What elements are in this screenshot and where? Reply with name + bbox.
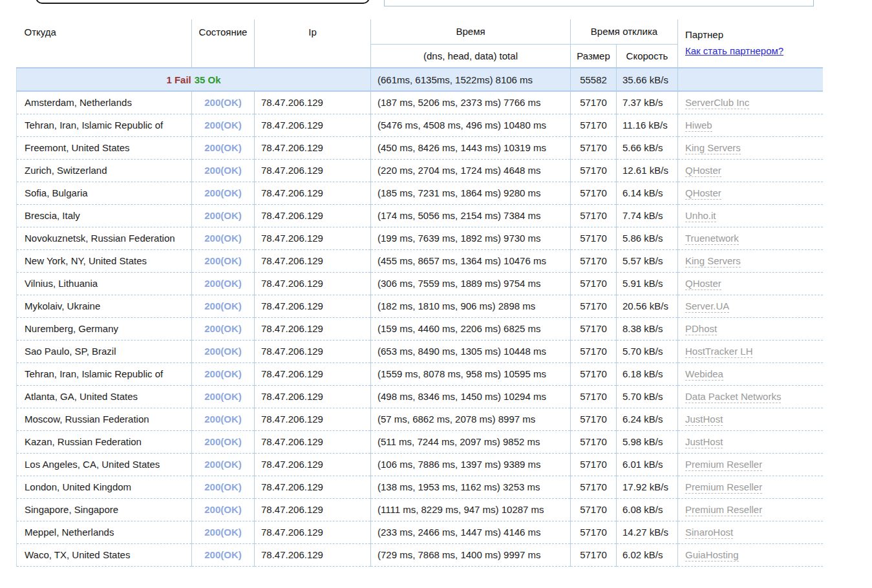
status-link[interactable]: 200(OK) xyxy=(204,165,242,176)
location-cell: Waco, TX, United States xyxy=(17,543,192,566)
status-cell: 200(OK) xyxy=(192,430,255,453)
time-cell: (1559 ms, 8078 ms, 958 ms) 10595 ms xyxy=(371,362,571,385)
status-cell: 200(OK) xyxy=(192,453,255,476)
partner-cell: Hiweb xyxy=(678,114,823,136)
status-link[interactable]: 200(OK) xyxy=(204,278,242,289)
partner-link[interactable]: GuiaHosting xyxy=(685,549,739,562)
partner-link[interactable]: Premium Reseller xyxy=(685,504,762,516)
speed-cell: 5.91 kB/s xyxy=(617,272,678,295)
speed-cell: 8.38 kB/s xyxy=(617,317,678,340)
time-cell: (1111 ms, 8229 ms, 947 ms) 10287 ms xyxy=(371,498,571,521)
status-link[interactable]: 200(OK) xyxy=(204,436,242,447)
partner-cell: PDhost xyxy=(678,317,823,340)
time-cell: (187 ms, 5206 ms, 2373 ms) 7766 ms xyxy=(371,91,571,114)
ip-cell: 78.47.206.129 xyxy=(255,182,371,204)
ip-cell: 78.47.206.129 xyxy=(255,476,371,498)
partner-link[interactable]: Truenetwork xyxy=(685,233,739,245)
status-link[interactable]: 200(OK) xyxy=(204,120,242,131)
partner-cell: JustHost xyxy=(678,430,823,453)
summary-status-cell: 1 Fail35 Ok xyxy=(17,68,371,91)
result-row: New York, NY, United States200(OK)78.47.… xyxy=(17,249,823,272)
location-cell: Freemont, United States xyxy=(17,136,192,159)
result-row: Meppel, Netherlands200(OK)78.47.206.129(… xyxy=(17,521,823,543)
status-link[interactable]: 200(OK) xyxy=(204,255,242,266)
speed-cell: 6.24 kB/s xyxy=(617,408,678,430)
col-header-from: Откуда xyxy=(17,19,192,68)
location-cell: Brescia, Italy xyxy=(17,204,192,227)
partner-cell: QHoster xyxy=(678,272,823,295)
status-link[interactable]: 200(OK) xyxy=(204,368,242,379)
status-link[interactable]: 200(OK) xyxy=(204,97,242,108)
time-cell: (455 ms, 8657 ms, 1364 ms) 10476 ms xyxy=(371,249,571,272)
status-cell: 200(OK) xyxy=(192,317,255,340)
ip-cell: 78.47.206.129 xyxy=(255,136,371,159)
status-cell: 200(OK) xyxy=(192,543,255,566)
ip-cell: 78.47.206.129 xyxy=(255,295,371,317)
partner-cell: Unho.it xyxy=(678,204,823,227)
partner-cell: Webidea xyxy=(678,362,823,385)
partner-link[interactable]: JustHost xyxy=(685,414,723,426)
status-cell: 200(OK) xyxy=(192,408,255,430)
status-cell: 200(OK) xyxy=(192,476,255,498)
partner-link[interactable]: Webidea xyxy=(685,368,723,381)
status-link[interactable]: 200(OK) xyxy=(204,142,242,153)
col-header-response-time: Время отклика xyxy=(571,19,678,44)
become-partner-link[interactable]: Как стать партнером? xyxy=(685,45,783,56)
partner-link[interactable]: HostTracker LH xyxy=(685,346,752,358)
partner-link[interactable]: Premium Reseller xyxy=(685,459,762,471)
location-cell: Mykolaiv, Ukraine xyxy=(17,295,192,317)
partner-link[interactable]: King Servers xyxy=(685,142,741,154)
partner-link[interactable]: QHoster xyxy=(685,187,721,200)
ip-cell: 78.47.206.129 xyxy=(255,430,371,453)
status-link[interactable]: 200(OK) xyxy=(204,233,242,244)
status-link[interactable]: 200(OK) xyxy=(204,481,242,492)
partner-link[interactable]: Data Packet Networks xyxy=(685,391,781,403)
partner-link[interactable]: QHoster xyxy=(685,165,721,177)
size-cell: 57170 xyxy=(571,159,617,182)
partner-link[interactable]: Hiweb xyxy=(685,120,712,132)
status-cell: 200(OK) xyxy=(192,521,255,543)
ip-cell: 78.47.206.129 xyxy=(255,453,371,476)
size-cell: 57170 xyxy=(571,498,617,521)
size-cell: 57170 xyxy=(571,543,617,566)
partner-link[interactable]: SinaroHost xyxy=(685,527,733,539)
status-link[interactable]: 200(OK) xyxy=(204,346,242,357)
status-link[interactable]: 200(OK) xyxy=(204,391,242,402)
status-link[interactable]: 200(OK) xyxy=(204,459,242,470)
partner-link[interactable]: QHoster xyxy=(685,278,721,290)
status-link[interactable]: 200(OK) xyxy=(204,527,242,538)
partner-link[interactable]: PDhost xyxy=(685,323,717,335)
summary-partner-cell xyxy=(678,68,823,91)
col-header-time-detail: (dns, head, data) total xyxy=(371,44,571,68)
time-cell: (5476 ms, 4508 ms, 496 ms) 10480 ms xyxy=(371,114,571,136)
ip-cell: 78.47.206.129 xyxy=(255,385,371,408)
size-cell: 57170 xyxy=(571,91,617,114)
result-row: Los Angeles, CA, United States200(OK)78.… xyxy=(17,453,823,476)
result-row: Sao Paulo, SP, Brazil200(OK)78.47.206.12… xyxy=(17,340,823,362)
result-row: Novokuznetsk, Russian Federation200(OK)7… xyxy=(17,227,823,249)
location-cell: Zurich, Switzerland xyxy=(17,159,192,182)
time-cell: (185 ms, 7231 ms, 1864 ms) 9280 ms xyxy=(371,182,571,204)
status-link[interactable]: 200(OK) xyxy=(204,210,242,221)
result-row: Sofia, Bulgaria200(OK)78.47.206.129(185 … xyxy=(17,182,823,204)
speed-cell: 17.92 kB/s xyxy=(617,476,678,498)
partner-link[interactable]: Server.UA xyxy=(685,300,729,313)
speed-cell: 5.70 kB/s xyxy=(617,385,678,408)
status-link[interactable]: 200(OK) xyxy=(204,187,242,198)
partner-link[interactable]: King Servers xyxy=(685,255,741,268)
speed-cell: 5.70 kB/s xyxy=(617,340,678,362)
status-link[interactable]: 200(OK) xyxy=(204,504,242,515)
status-link[interactable]: 200(OK) xyxy=(204,323,242,334)
status-link[interactable]: 200(OK) xyxy=(204,414,242,425)
location-cell: Moscow, Russian Federation xyxy=(17,408,192,430)
status-link[interactable]: 200(OK) xyxy=(204,549,242,560)
summary-size-cell: 55582 xyxy=(571,68,617,91)
partner-link[interactable]: Unho.it xyxy=(685,210,716,222)
result-row: Freemont, United States200(OK)78.47.206.… xyxy=(17,136,823,159)
partner-link[interactable]: Premium Reseller xyxy=(685,481,762,494)
partner-link[interactable]: JustHost xyxy=(685,436,723,448)
status-cell: 200(OK) xyxy=(192,227,255,249)
partner-link[interactable]: ServerClub Inc xyxy=(685,97,749,109)
status-link[interactable]: 200(OK) xyxy=(204,300,242,311)
url-input-cutoff[interactable] xyxy=(36,0,370,4)
